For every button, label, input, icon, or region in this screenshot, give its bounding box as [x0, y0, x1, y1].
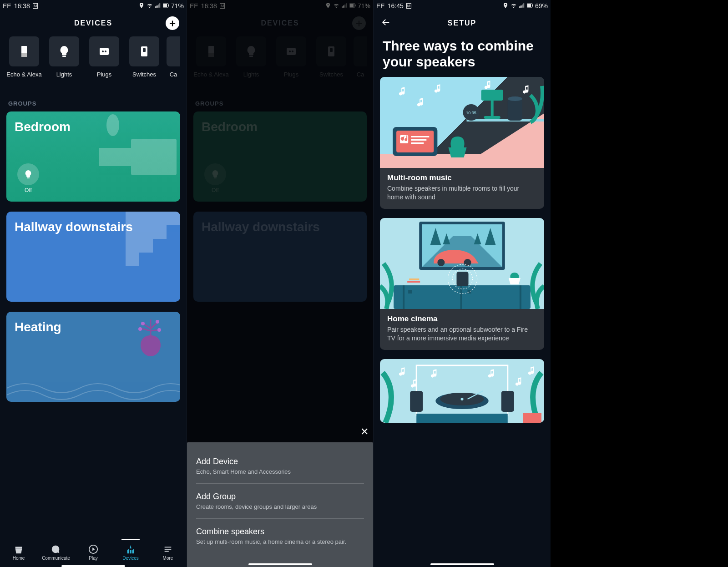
option-card-stereo-pair[interactable]: [380, 359, 544, 423]
setup-heading: Three ways to combine your speakers: [374, 35, 551, 77]
signal-icon: [519, 2, 525, 10]
svg-rect-33: [484, 116, 500, 119]
more-icon: [163, 544, 173, 554]
home-indicator: [248, 563, 312, 565]
category-switches[interactable]: Switches: [126, 36, 162, 93]
svg-rect-37: [508, 99, 522, 121]
chat-icon: [51, 544, 61, 554]
groups-section-label: GROUPS: [0, 93, 187, 111]
svg-rect-54: [407, 281, 420, 283]
play-icon: [88, 544, 98, 554]
svg-rect-28: [411, 136, 429, 137]
status-bar: EE 16:38 M 71%: [0, 0, 187, 12]
close-icon[interactable]: ✕: [360, 426, 369, 438]
wifi-icon: [147, 2, 153, 10]
svg-rect-29: [411, 139, 426, 141]
nav-devices[interactable]: Devices: [115, 538, 147, 567]
svg-rect-31: [481, 90, 503, 101]
sheet-item-add-group[interactable]: Add Group Create rooms, device groups an…: [196, 484, 364, 519]
svg-rect-60: [416, 414, 508, 423]
svg-point-47: [464, 259, 471, 266]
multi-room-illustration: 10:35: [380, 77, 544, 168]
status-bar: EE 16:45 M 69%: [374, 0, 551, 12]
nav-play[interactable]: Play: [77, 538, 109, 567]
page-title: DEVICES: [74, 19, 112, 27]
plug-icon: [97, 44, 111, 59]
home-cinema-illustration: [380, 218, 544, 309]
group-card-hallway[interactable]: Hallway downstairs: [6, 212, 180, 302]
svg-rect-32: [491, 101, 494, 117]
app-header: DEVICES ＋: [0, 12, 187, 35]
battery-icon: [527, 2, 533, 10]
category-cameras[interactable]: Ca: [167, 36, 180, 93]
group-card-bedroom[interactable]: Bedroom Off: [6, 111, 180, 202]
category-plugs[interactable]: Plugs: [86, 36, 122, 93]
svg-rect-65: [501, 391, 514, 412]
svg-point-38: [508, 96, 522, 101]
wave-illustration: [6, 375, 180, 402]
group-card-heating[interactable]: Heating: [6, 312, 180, 402]
nav-communicate[interactable]: Communicate: [40, 538, 72, 567]
location-icon: [138, 2, 145, 10]
status-battery: 71%: [171, 2, 184, 10]
option-desc: Combine speakers in multiple rooms to fi…: [387, 184, 537, 202]
signal-icon: [155, 2, 161, 10]
screen-devices-add-menu: EE 16:38 M 71% DEVICES ＋ Echo & Alexa Li…: [187, 0, 373, 567]
switch-icon: [137, 44, 152, 59]
svg-rect-55: [409, 278, 419, 280]
stereo-pair-illustration: [380, 359, 544, 423]
screen-devices: EE 16:38 M 71% DEVICES ＋ Echo & Alexa Li…: [0, 0, 187, 567]
location-icon: [502, 2, 509, 10]
option-title: Multi-room music: [387, 173, 537, 182]
option-card-home-cinema[interactable]: Home cinema Pair speakers and an optiona…: [380, 218, 544, 350]
categories-scroller[interactable]: Echo & Alexa Lights Plugs Switches Ca: [0, 36, 187, 93]
home-indicator: [430, 563, 494, 565]
svg-rect-20: [165, 547, 172, 548]
bulb-icon: [23, 169, 34, 180]
category-lights[interactable]: Lights: [46, 36, 82, 93]
svg-rect-51: [520, 285, 521, 309]
gmail-icon: M: [406, 3, 412, 9]
status-time: 16:38: [14, 2, 30, 10]
svg-point-15: [156, 320, 159, 324]
status-carrier: EE: [376, 2, 385, 10]
arrow-left-icon: [381, 17, 391, 27]
category-echo-alexa[interactable]: Echo & Alexa: [6, 36, 42, 93]
svg-point-17: [157, 328, 161, 332]
svg-rect-56: [456, 272, 468, 286]
sheet-item-add-device[interactable]: Add Device Echo, Smart Home and Accessor…: [196, 449, 364, 484]
nav-home[interactable]: Home: [3, 538, 35, 567]
devices-icon: [126, 544, 136, 554]
svg-rect-18: [15, 547, 22, 549]
svg-point-14: [141, 322, 145, 325]
status-time: 16:45: [388, 2, 404, 10]
svg-rect-53: [468, 290, 471, 294]
echo-icon: [17, 44, 31, 59]
svg-point-46: [437, 259, 445, 266]
wifi-icon: [511, 2, 517, 10]
bedroom-illustration: [95, 111, 177, 202]
bulb-icon: [57, 44, 71, 59]
nav-indicator-pill: [121, 539, 140, 540]
add-button[interactable]: ＋: [166, 16, 179, 30]
svg-text:10:35: 10:35: [466, 111, 476, 115]
page-title: SETUP: [448, 19, 476, 27]
svg-rect-49: [403, 285, 404, 309]
nav-more[interactable]: More: [152, 538, 184, 567]
back-button[interactable]: [381, 17, 391, 29]
group-light-toggle[interactable]: Off: [17, 163, 39, 193]
vase-illustration: [135, 317, 167, 358]
add-bottom-sheet: ✕ Add Device Echo, Smart Home and Access…: [187, 442, 373, 567]
svg-rect-12: [99, 148, 131, 166]
gmail-icon: M: [33, 3, 38, 9]
home-icon: [14, 544, 24, 554]
svg-point-16: [138, 327, 142, 331]
status-carrier: EE: [3, 2, 11, 10]
option-card-multi-room-music[interactable]: 10:35 Multi-room music Combine speakers …: [380, 77, 544, 209]
sheet-item-combine-speakers[interactable]: Combine speakers Set up multi-room music…: [196, 519, 364, 553]
home-indicator: [61, 565, 125, 567]
app-header: SETUP: [374, 12, 551, 35]
svg-rect-64: [410, 391, 423, 412]
svg-rect-11: [131, 139, 177, 175]
screen-combine-speakers-setup: EE 16:45 M 69% SETUP Three ways to combi…: [373, 0, 551, 567]
